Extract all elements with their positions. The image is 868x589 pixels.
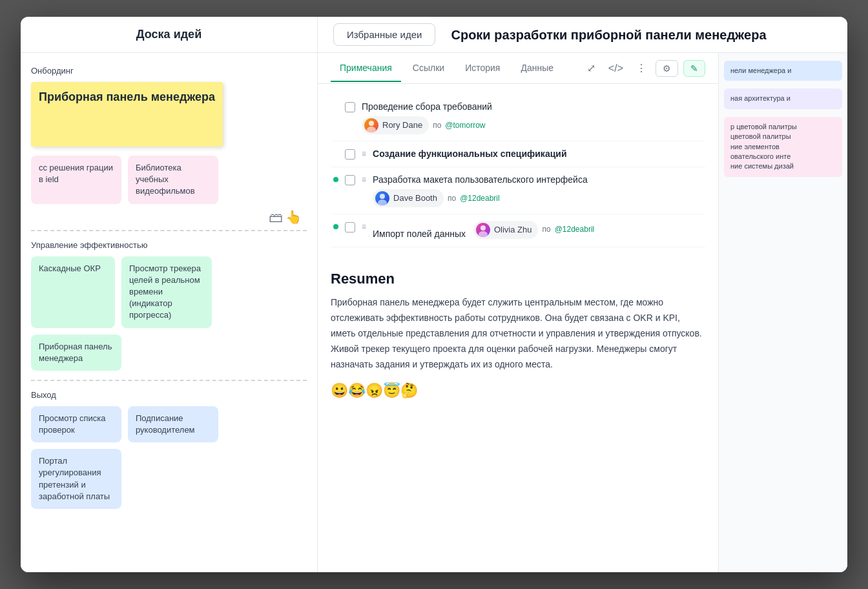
board-card-process[interactable]: сс решения грации в ield	[31, 156, 121, 204]
filter-button[interactable]: ⚙	[656, 60, 678, 77]
assignee-olivia[interactable]: Olivia Zhu	[473, 221, 539, 239]
board-card-portal[interactable]: Портал урегулирования претензий и зарабо…	[31, 449, 121, 509]
db-icon-area: 🗃 👆	[31, 209, 302, 226]
task-dot-4	[333, 224, 338, 229]
task-row-ui: ≡ Разработка макета пользовательского ин…	[331, 167, 705, 214]
right-peek: нели менеджера и ная архитектура и р цве…	[718, 53, 847, 572]
panel-tabs: Примечания Ссылки История Данные ⤢ </> ⋮…	[318, 53, 718, 84]
assignee-dave-name: Dave Booth	[393, 193, 437, 203]
divider-2	[31, 380, 307, 381]
due-date-3: @12deabril	[460, 194, 500, 203]
svg-point-1	[367, 127, 376, 132]
task-row-import: ≡ Импорт полей данных Olivia Zhu	[331, 214, 705, 248]
svg-point-5	[479, 231, 488, 237]
task-row-specs: ≡ Создание функциональных спецификаций	[331, 141, 705, 168]
task-dot-3	[333, 177, 338, 182]
page-title: Сроки разработки приборной панели менедж…	[451, 26, 766, 43]
cursor-icon: 👆	[285, 209, 302, 226]
task-checkbox-3[interactable]	[345, 175, 355, 185]
board-card-reviews[interactable]: Просмотр списка проверок	[31, 406, 121, 442]
assignee-rory-name: Rory Dane	[382, 120, 422, 130]
tab-links[interactable]: Ссылки	[404, 55, 453, 82]
task-title-3: Разработка макета пользовательского инте…	[373, 174, 703, 187]
section-label-onboarding: Онбординг	[31, 66, 307, 76]
assignee-olivia-name: Olivia Zhu	[494, 224, 532, 236]
task-content-2: Создание функциональных спецификаций	[373, 148, 703, 161]
task-meta-3: Dave Booth по @12deabril	[373, 189, 703, 207]
section-label-exit: Выход	[31, 390, 307, 400]
filter-icon: ⚙	[663, 63, 671, 74]
due-date-1: @tomorrow	[445, 121, 485, 130]
avatar-dave	[375, 191, 389, 205]
resumen-section: Resumen Приборная панель менеджера будет…	[318, 258, 718, 409]
fav-ideas-button[interactable]: Избранные идеи	[333, 23, 435, 46]
task-dot-1	[333, 104, 338, 109]
task-content-4: Импорт полей данных Olivia Zhu по @12dea…	[373, 221, 703, 241]
exit-cards-row: Просмотр списка проверок Подписание руко…	[31, 406, 307, 509]
task-row-requirements: Проведение сбора требований Rory Dane по…	[331, 94, 705, 141]
assignee-dave[interactable]: Dave Booth	[373, 189, 444, 207]
assignee-rory[interactable]: Rory Dane	[362, 116, 429, 134]
emoji-row: 😀😂😠😇🤔	[331, 382, 705, 399]
board-card-sign[interactable]: Подписание руководителем	[128, 406, 218, 442]
tab-notes[interactable]: Примечания	[331, 55, 401, 82]
tab-data[interactable]: Данные	[512, 55, 563, 82]
performance-cards-row: Каскадные ОКР Просмотр трекера целей в р…	[31, 256, 307, 371]
right-panel: Примечания Ссылки История Данные ⤢ </> ⋮…	[318, 53, 718, 572]
task-list: Проведение сбора требований Rory Dane по…	[318, 84, 718, 258]
board-card-okr[interactable]: Каскадные ОКР	[31, 256, 115, 328]
resumen-body: Приборная панель менеджера будет служить…	[331, 295, 705, 372]
task-handle-2: ≡	[362, 149, 366, 158]
resumen-title: Resumen	[331, 271, 705, 287]
svg-point-0	[369, 121, 374, 126]
avatar-rory	[364, 118, 378, 132]
database-icon: 🗃	[269, 209, 283, 226]
board-card-tracker[interactable]: Просмотр трекера целей в реальном времен…	[121, 256, 212, 328]
due-label-4: по	[542, 224, 550, 235]
task-checkbox-4[interactable]	[345, 222, 355, 232]
peek-card-1: нели менеджера и	[724, 61, 842, 81]
task-title-1: Проведение сбора требований	[362, 101, 703, 114]
due-date-4: @12deabril	[555, 224, 595, 235]
svg-point-3	[378, 200, 387, 205]
board-card-dashboard[interactable]: Приборная панель менеджера	[31, 335, 121, 371]
avatar-olivia	[476, 223, 490, 237]
expand-button[interactable]: ⤢	[583, 59, 599, 77]
peek-card-3: р цветовой палитрыцветовой палитрыние эл…	[724, 117, 842, 177]
svg-point-2	[380, 194, 385, 199]
task-title-4: Импорт полей данных Olivia Zhu по @12dea…	[373, 221, 703, 241]
task-checkbox-1[interactable]	[345, 102, 355, 112]
tab-actions: ⤢ </> ⋮ ⚙ ✎	[583, 59, 705, 77]
main-content: Онбординг Приборная панель менеджера сс …	[21, 53, 847, 572]
board-title: Доска идей	[136, 28, 202, 41]
sticky-note-manager[interactable]: Приборная панель менеджера	[31, 82, 223, 147]
task-dot-2	[333, 151, 338, 156]
task-checkbox-2[interactable]	[345, 149, 355, 160]
peek-card-2: ная архитектура и	[724, 88, 842, 108]
divider-1	[31, 230, 307, 231]
task-content-1: Проведение сбора требований Rory Dane по…	[362, 101, 703, 134]
section-label-performance: Управление эффективностью	[31, 240, 307, 250]
left-board: Онбординг Приборная панель менеджера сс …	[21, 53, 318, 572]
more-button[interactable]: ⋮	[632, 59, 650, 77]
code-button[interactable]: </>	[604, 60, 627, 77]
svg-point-4	[480, 225, 486, 231]
due-label-1: по	[433, 121, 441, 130]
task-content-3: Разработка макета пользовательского инте…	[373, 174, 703, 207]
task-handle-4: ≡	[362, 222, 366, 231]
due-label-3: по	[448, 194, 456, 203]
task-meta-1: Rory Dane по @tomorrow	[362, 116, 703, 134]
board-title-area: Доска идей	[21, 17, 318, 52]
board-card-library[interactable]: Библиотека учебных видеофильмов	[128, 156, 218, 204]
right-header: Избранные идеи Сроки разработки приборно…	[318, 17, 847, 52]
onboarding-cards-row: Приборная панель менеджера сс решения гр…	[31, 82, 307, 204]
edit-button[interactable]: ✎	[683, 60, 705, 77]
task-title-2: Создание функциональных спецификаций	[373, 148, 703, 161]
section-exit: Выход Просмотр списка проверок Подписани…	[31, 390, 307, 509]
section-performance: Управление эффективностью Каскадные ОКР …	[31, 240, 307, 371]
top-header: Доска идей Избранные идеи Сроки разработ…	[21, 17, 847, 53]
tab-history[interactable]: История	[456, 55, 509, 82]
task-handle-3: ≡	[362, 175, 366, 184]
section-onboarding: Онбординг Приборная панель менеджера сс …	[31, 66, 307, 226]
